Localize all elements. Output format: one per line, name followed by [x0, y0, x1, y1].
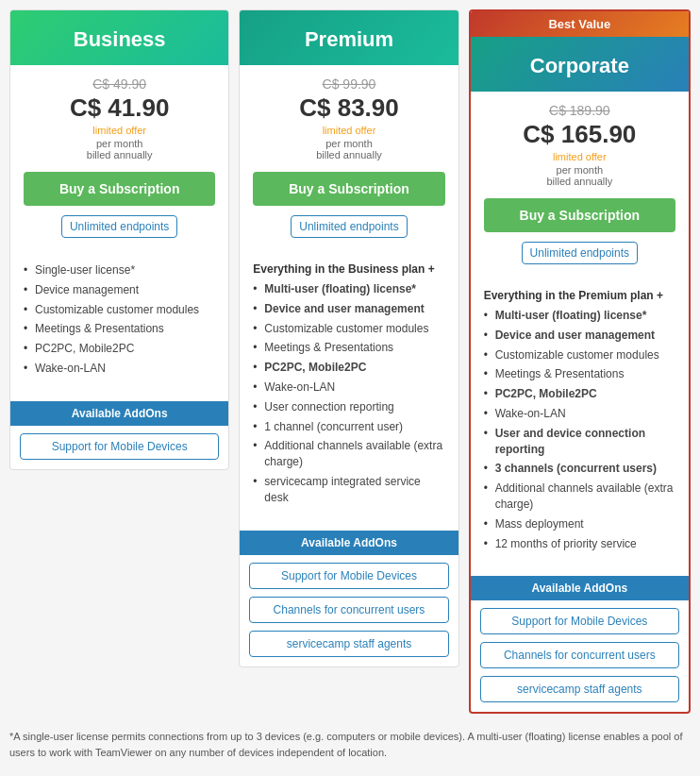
billing-info-business: per monthbilled annually [24, 138, 215, 160]
feature-item: Device and user management [253, 301, 444, 317]
original-price-corporate: C$ 189.90 [484, 103, 675, 118]
feature-item: Wake-on-LAN [24, 361, 215, 377]
billing-info-corporate: per monthbilled annually [484, 164, 675, 187]
addon-button-corporate[interactable]: Channels for concurrent users [480, 642, 679, 668]
plan-header-premium: Premium [240, 10, 458, 65]
feature-item: Multi-user (floating) license* [484, 308, 675, 324]
feature-item: Customizable customer modules [484, 347, 675, 363]
buy-button-corporate[interactable]: Buy a Subscription [484, 198, 675, 232]
limited-offer-business: limited offer [24, 125, 215, 136]
feature-item: User connection reporting [253, 399, 444, 415]
feature-item: Wake-on-LAN [484, 406, 675, 422]
feature-item: Meetings & Presentations [253, 340, 444, 356]
feature-item: 3 channels (concurrent users) [484, 461, 675, 477]
buy-button-premium[interactable]: Buy a Subscription [253, 172, 444, 206]
original-price-business: C$ 49.90 [24, 76, 215, 92]
feature-item: PC2PC, Mobile2PC [253, 360, 444, 376]
feature-item: Customizable customer modules [253, 321, 444, 337]
plan-card-premium: Premium C$ 99.90 C$ 83.90 limited offer … [239, 9, 458, 667]
addon-button-business[interactable]: Support for Mobile Devices [20, 433, 219, 460]
plan-card-business: Business C$ 49.90 C$ 41.90 limited offer… [9, 9, 229, 470]
feature-item: Device management [24, 282, 215, 298]
plan-name-corporate: Corporate [480, 54, 679, 78]
feature-item: PC2PC, Mobile2PC [24, 341, 215, 357]
feature-item: User and device connection reporting [484, 426, 675, 458]
addon-button-corporate[interactable]: servicecamp staff agents [480, 676, 679, 702]
feature-item: 12 months of priority service [484, 536, 675, 552]
addons-section-premium: Available AddOnsSupport for Mobile Devic… [240, 531, 458, 657]
footnote: *A single-user license permits connectio… [9, 725, 691, 764]
features-intro-corporate: Everything in the Premium plan + [484, 289, 675, 302]
plan-header-business: Business [10, 10, 228, 65]
plan-body-business: C$ 49.90 C$ 41.90 limited offer per mont… [10, 65, 228, 262]
addons-section-business: Available AddOnsSupport for Mobile Devic… [10, 401, 228, 460]
feature-item: Single-user license* [24, 262, 215, 278]
addon-button-premium[interactable]: Channels for concurrent users [249, 597, 448, 623]
feature-item: Additional channels available (extra cha… [253, 438, 444, 470]
feature-item: Wake-on-LAN [253, 380, 444, 396]
feature-list-corporate: Multi-user (floating) license*Device and… [484, 308, 675, 551]
addons-section-corporate: Available AddOnsSupport for Mobile Devic… [471, 576, 689, 702]
endpoints-badge-premium: Unlimited endpoints [291, 215, 407, 238]
features-section-corporate: Everything in the Premium plan +Multi-us… [471, 289, 689, 566]
plan-card-corporate: Best Value Corporate C$ 189.90 C$ 165.90… [469, 9, 691, 714]
feature-item: Customizable customer modules [24, 302, 215, 318]
features-intro-premium: Everything in the Business plan + [253, 262, 444, 276]
feature-item: Additional channels available (extra cha… [484, 481, 675, 513]
features-section-business: Single-user license*Device managementCus… [10, 262, 228, 392]
current-price-business: C$ 41.90 [24, 93, 215, 123]
plan-body-corporate: C$ 189.90 C$ 165.90 limited offer per mo… [471, 92, 689, 289]
plan-name-premium: Premium [249, 27, 448, 52]
addons-header-premium: Available AddOns [240, 531, 458, 555]
plan-body-premium: C$ 99.90 C$ 83.90 limited offer per mont… [240, 65, 458, 262]
feature-item: Mass deployment [484, 516, 675, 532]
feature-item: Meetings & Presentations [24, 321, 215, 337]
pricing-plans: Business C$ 49.90 C$ 41.90 limited offer… [9, 9, 691, 714]
feature-item: Meetings & Presentations [484, 366, 675, 382]
feature-list-premium: Multi-user (floating) license*Device and… [253, 281, 444, 506]
endpoints-badge-business: Unlimited endpoints [61, 215, 177, 238]
addons-header-corporate: Available AddOns [471, 576, 689, 600]
buy-button-business[interactable]: Buy a Subscription [24, 172, 215, 206]
original-price-premium: C$ 99.90 [253, 76, 444, 92]
endpoints-badge-corporate: Unlimited endpoints [522, 242, 638, 264]
limited-offer-corporate: limited offer [484, 151, 675, 162]
feature-item: Device and user management [484, 328, 675, 344]
best-value-banner: Best Value [471, 11, 689, 37]
plan-name-business: Business [20, 27, 219, 52]
addon-button-premium[interactable]: Support for Mobile Devices [249, 563, 448, 589]
current-price-premium: C$ 83.90 [253, 93, 444, 123]
feature-item: Multi-user (floating) license* [253, 281, 444, 297]
limited-offer-premium: limited offer [253, 125, 444, 136]
feature-item: 1 channel (concurrent user) [253, 419, 444, 435]
feature-item: servicecamp integrated service desk [253, 474, 444, 506]
feature-list-business: Single-user license*Device managementCus… [24, 262, 215, 377]
feature-item: PC2PC, Mobile2PC [484, 386, 675, 402]
billing-info-premium: per monthbilled annually [253, 138, 444, 160]
plan-header-corporate: Corporate [471, 37, 689, 92]
addon-button-premium[interactable]: servicecamp staff agents [249, 631, 448, 657]
features-section-premium: Everything in the Business plan +Multi-u… [240, 262, 458, 521]
addons-header-business: Available AddOns [10, 401, 228, 426]
addon-button-corporate[interactable]: Support for Mobile Devices [480, 608, 679, 634]
current-price-corporate: C$ 165.90 [484, 120, 675, 149]
